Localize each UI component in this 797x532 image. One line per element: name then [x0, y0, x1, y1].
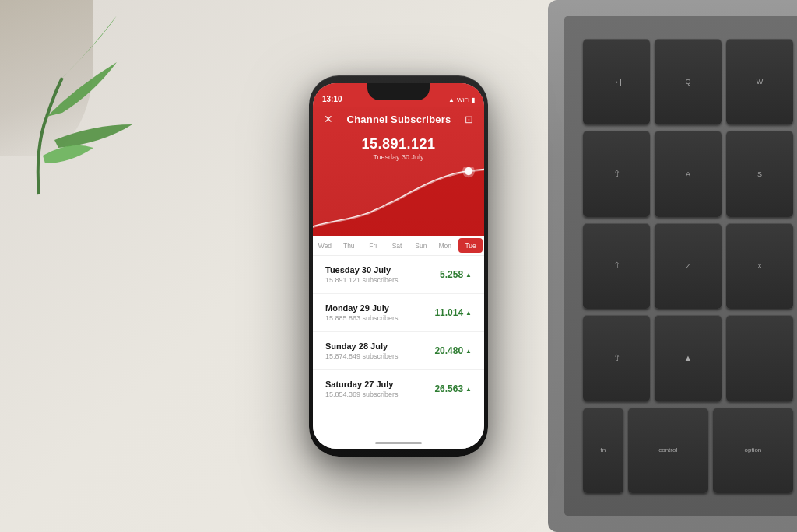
tab-fri[interactable]: Fri — [361, 236, 385, 255]
q-key[interactable]: Q — [655, 39, 722, 124]
item-day-2: Sunday 28 July — [325, 341, 398, 351]
wifi-icon: WiFi — [457, 96, 469, 103]
trend-icon-1: ▲ — [465, 310, 472, 317]
app-title: Channel Subscribers — [347, 114, 451, 125]
w-key[interactable]: W — [726, 39, 793, 124]
item-subs-2: 15.874.849 subscribers — [325, 352, 398, 360]
signal-icon: ▲ — [448, 96, 455, 103]
laptop-body: →| Q W ⇧ A S ⇧ Z X ⇧ ▲ — [548, 0, 797, 532]
item-count-3: 26.563 — [434, 383, 463, 394]
home-indicator — [375, 442, 422, 444]
subscriber-count: 15.891.121 — [313, 136, 484, 152]
shift2-key[interactable]: ⇧ — [583, 315, 650, 401]
key-row-1: →| Q W — [583, 39, 793, 124]
subscribers-chart — [313, 167, 484, 239]
tab-sun[interactable]: Sun — [409, 236, 433, 255]
item-count-2: 20.480 — [434, 345, 463, 356]
tab-mon[interactable]: Mon — [433, 236, 457, 255]
day-tabs: Wed Thu Fri Sat Sun Mon Tue — [313, 236, 484, 256]
close-button[interactable]: ✕ — [324, 113, 333, 125]
tab-key[interactable]: →| — [583, 39, 650, 124]
key-row-4: ⇧ ▲ — [583, 315, 793, 401]
tab-thu[interactable]: Thu — [337, 236, 361, 255]
list-item[interactable]: Monday 29 July 15.885.863 subscribers 11… — [313, 294, 484, 332]
a-key[interactable]: A — [655, 131, 722, 216]
header-nav: ✕ Channel Subscribers ⊡ — [313, 107, 484, 131]
fn-key[interactable]: fn — [583, 408, 623, 493]
tab-tue[interactable]: Tue — [458, 238, 483, 253]
s-key[interactable]: S — [726, 131, 793, 216]
status-icons: ▲ WiFi ▮ — [448, 96, 475, 103]
item-subs-0: 15.891.121 subscribers — [325, 276, 398, 284]
list-item[interactable]: Saturday 27 July 15.854.369 subscribers … — [313, 370, 484, 408]
blank-key[interactable] — [726, 315, 793, 401]
status-time: 13:10 — [322, 95, 342, 103]
item-count-0: 5.258 — [440, 269, 463, 280]
item-day-1: Monday 29 July — [325, 303, 398, 313]
trend-icon-2: ▲ — [465, 348, 472, 355]
x-key[interactable]: X — [726, 223, 793, 309]
item-subs-1: 15.885.863 subscribers — [325, 314, 398, 322]
phone-notch — [367, 83, 430, 100]
tab-sat[interactable]: Sat — [385, 236, 409, 255]
caps-key[interactable]: ⇧ — [583, 131, 650, 216]
trend-icon-3: ▲ — [465, 386, 472, 393]
item-day-3: Saturday 27 July — [325, 380, 398, 389]
key-row-2: ⇧ A S — [583, 131, 793, 216]
keyboard: →| Q W ⇧ A S ⇧ Z X ⇧ ▲ — [583, 39, 793, 493]
item-subs-3: 15.854.369 subscribers — [325, 390, 398, 398]
tab-wed[interactable]: Wed — [313, 236, 337, 255]
data-list: Tuesday 30 July 15.891.121 subscribers 5… — [313, 256, 484, 449]
key-row-5: fn control option — [583, 408, 793, 493]
subscriber-date: Tuesday 30 July — [313, 153, 484, 161]
up-arrow-key[interactable]: ▲ — [655, 315, 722, 401]
battery-icon: ▮ — [472, 96, 475, 103]
trend-icon-0: ▲ — [465, 271, 472, 278]
app-header: ✕ Channel Subscribers ⊡ 15.891.121 Tuesd… — [313, 83, 484, 239]
laptop-keyboard-area: →| Q W ⇧ A S ⇧ Z X ⇧ ▲ — [564, 16, 797, 516]
plant-decoration — [0, 0, 156, 202]
phone: 13:10 ▲ WiFi ▮ ✕ Channel Subscribers ⊡ 1… — [309, 75, 488, 457]
chart-area — [313, 167, 484, 239]
control-key[interactable]: control — [628, 408, 708, 493]
key-row-3: ⇧ Z X — [583, 223, 793, 309]
option-key[interactable]: option — [713, 408, 793, 493]
list-item[interactable]: Tuesday 30 July 15.891.121 subscribers 5… — [313, 256, 484, 294]
z-key[interactable]: Z — [655, 223, 722, 309]
list-item[interactable]: Sunday 28 July 15.874.849 subscribers 20… — [313, 332, 484, 370]
shift-key[interactable]: ⇧ — [583, 223, 650, 309]
item-day-0: Tuesday 30 July — [325, 265, 398, 275]
phone-screen: 13:10 ▲ WiFi ▮ ✕ Channel Subscribers ⊡ 1… — [313, 83, 484, 449]
item-count-1: 11.014 — [434, 307, 463, 318]
camera-button[interactable]: ⊡ — [465, 114, 473, 125]
